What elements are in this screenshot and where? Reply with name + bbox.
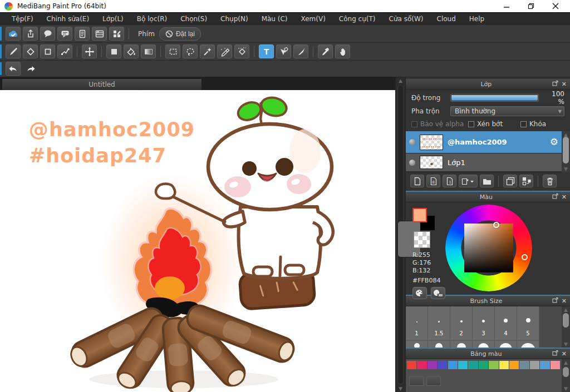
- layout-button[interactable]: [109, 27, 124, 41]
- message-button[interactable]: [57, 27, 72, 41]
- tool-eraser-button[interactable]: [23, 44, 38, 58]
- menu-item[interactable]: Lớp(L): [96, 13, 130, 24]
- reset-button[interactable]: Đặt lại: [159, 27, 201, 41]
- tool-hand-button[interactable]: [335, 44, 350, 58]
- tool-gradient-button[interactable]: [141, 44, 156, 58]
- duplicate-layer-button[interactable]: [503, 175, 517, 187]
- new-1bit-layer-button[interactable]: 1: [443, 175, 456, 187]
- palette-swatch[interactable]: [417, 361, 426, 369]
- tool-select-pen-button[interactable]: [217, 44, 232, 58]
- palette-swatch[interactable]: [499, 361, 509, 369]
- palette-scrollbar[interactable]: ▲ ▼: [562, 359, 570, 392]
- palette-swatch[interactable]: [489, 361, 498, 369]
- palette-swatch[interactable]: [540, 361, 549, 369]
- tool-shape-brush-button[interactable]: [40, 44, 55, 58]
- brush-size-cell[interactable]: [450, 341, 473, 348]
- palette-swatch[interactable]: [428, 361, 437, 369]
- popout-icon[interactable]: [552, 350, 558, 357]
- tool-text-button[interactable]: T: [259, 44, 274, 58]
- opacity-slider[interactable]: [450, 94, 539, 102]
- palette-menu-button[interactable]: [426, 376, 441, 386]
- scroll-down-icon[interactable]: ▼: [562, 166, 570, 172]
- menu-item[interactable]: Cửa sổ(W): [383, 13, 430, 24]
- brush-size-cell[interactable]: 2: [450, 306, 473, 341]
- palette-swatch[interactable]: [509, 361, 519, 369]
- menu-item[interactable]: Cloud: [431, 13, 462, 24]
- scroll-down-icon[interactable]: ▼: [396, 386, 405, 391]
- document-tab[interactable]: Untitled: [2, 78, 202, 90]
- brush-size-cell[interactable]: 5: [517, 306, 539, 341]
- layer-list-scrollbar[interactable]: ▲ ▼: [562, 131, 570, 172]
- scroll-down-icon[interactable]: ▼: [562, 386, 570, 391]
- tool-bucket-button[interactable]: [124, 44, 139, 58]
- scrollbar-thumb[interactable]: [563, 367, 569, 377]
- transparent-color-swatch[interactable]: [414, 231, 430, 248]
- menu-item[interactable]: Công cụ(T): [333, 13, 382, 24]
- tool-lasso-button[interactable]: [183, 44, 198, 58]
- palette-swatch[interactable]: [519, 361, 529, 369]
- protect-alpha-checkbox[interactable]: Bảo vệ alpha: [411, 120, 465, 128]
- scroll-up-icon[interactable]: ▲: [562, 307, 570, 312]
- tool-select-rect-button[interactable]: [165, 44, 180, 58]
- tool-eyedropper-button[interactable]: [318, 44, 333, 58]
- minimize-button[interactable]: [495, 1, 518, 12]
- palette-swatch[interactable]: [448, 361, 458, 369]
- lock-checkbox[interactable]: Khóa: [520, 120, 546, 128]
- tool-polyline-button[interactable]: [57, 44, 72, 58]
- layer-row-selected[interactable]: @hamhoc2009 ⚙: [406, 131, 562, 153]
- scrollbar-thumb[interactable]: [563, 313, 569, 328]
- redo-button[interactable]: [23, 62, 38, 76]
- foreground-color-swatch[interactable]: [412, 208, 427, 222]
- document-button[interactable]: [75, 27, 90, 41]
- brush-size-cell[interactable]: [473, 341, 495, 348]
- layer-visibility-icon[interactable]: [409, 139, 415, 145]
- tool-operation-button[interactable]: [276, 44, 291, 58]
- brush-size-cell[interactable]: [517, 341, 539, 348]
- tool-magic-wand-button[interactable]: [200, 44, 215, 58]
- popout-icon[interactable]: [552, 81, 558, 87]
- palette-swatch[interactable]: [458, 361, 468, 369]
- new-layer-button[interactable]: [410, 175, 424, 187]
- brush-size-cell[interactable]: [406, 341, 428, 348]
- brush-panel-scrollbar[interactable]: ▲ ▼: [562, 306, 570, 348]
- popout-icon[interactable]: [552, 297, 558, 304]
- close-icon[interactable]: ✕: [562, 194, 567, 200]
- palette-hex-button[interactable]: [431, 287, 445, 299]
- brush-size-cell[interactable]: [495, 341, 517, 348]
- layer-settings-gear-icon[interactable]: ⚙: [550, 137, 558, 147]
- palette-swatch[interactable]: [479, 361, 488, 369]
- add-layer-menu-button[interactable]: [459, 175, 478, 187]
- scroll-up-icon[interactable]: ▲: [562, 360, 570, 365]
- tool-select-eraser-button[interactable]: [234, 44, 249, 58]
- menu-item[interactable]: Chụp(N): [214, 13, 254, 24]
- menu-item[interactable]: Màu (C): [255, 13, 294, 24]
- close-button[interactable]: [544, 1, 567, 12]
- tool-fill-rect-button[interactable]: [106, 44, 121, 58]
- palette-swatch[interactable]: [468, 361, 478, 369]
- palette-swatch[interactable]: [551, 361, 560, 369]
- close-icon[interactable]: ✕: [562, 81, 567, 87]
- restore-button[interactable]: [520, 1, 542, 12]
- tool-move-button[interactable]: [82, 44, 97, 58]
- popout-icon[interactable]: [552, 193, 558, 200]
- tool-brush-button[interactable]: [6, 44, 21, 58]
- material-panel-button[interactable]: [92, 27, 107, 41]
- scrollbar-thumb[interactable]: [563, 137, 569, 163]
- drawing-canvas[interactable]: @hamhoc2009 #hoidap247: [0, 90, 395, 392]
- undo-button[interactable]: [6, 62, 21, 76]
- palette-swatch[interactable]: [407, 361, 416, 369]
- brush-size-cell[interactable]: [428, 341, 450, 348]
- scroll-up-icon[interactable]: ▲: [396, 78, 405, 83]
- canvas-vertical-scrollbar[interactable]: ▲ ▼: [395, 77, 405, 392]
- layer-visibility-icon[interactable]: [409, 160, 415, 166]
- close-icon[interactable]: ✕: [562, 351, 567, 357]
- saturation-value-box[interactable]: [464, 224, 513, 272]
- blend-mode-dropdown[interactable]: Bình thường ▼: [450, 106, 564, 116]
- menu-item[interactable]: Xem(V): [295, 13, 332, 24]
- palette-swatch[interactable]: [438, 361, 447, 369]
- menu-item[interactable]: Tệp(F): [6, 13, 40, 24]
- layer-row[interactable]: Lớp1: [406, 153, 562, 172]
- tool-divide-button[interactable]: [293, 44, 308, 58]
- close-icon[interactable]: ✕: [562, 298, 567, 304]
- cloud-sync-button[interactable]: [6, 27, 21, 41]
